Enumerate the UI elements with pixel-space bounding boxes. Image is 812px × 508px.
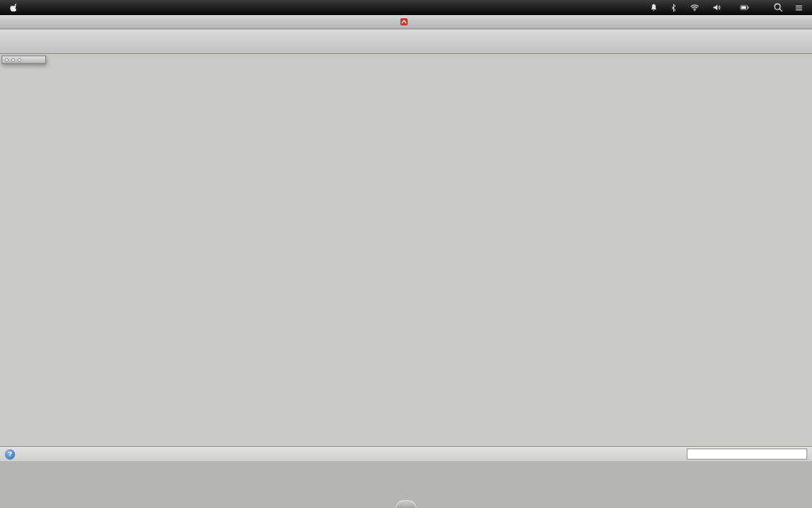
wifi-icon[interactable]	[688, 2, 701, 13]
menu-left	[8, 2, 39, 13]
bluetooth-icon[interactable]	[669, 2, 678, 13]
measurements-area	[681, 448, 807, 460]
dock	[396, 500, 416, 508]
battery-icon	[737, 3, 753, 12]
volume-icon[interactable]	[711, 2, 722, 13]
help-icon[interactable]: ?	[5, 449, 15, 460]
palette-title-bar[interactable]	[2, 56, 45, 64]
hexagon-model[interactable]	[76, 129, 661, 445]
document-icon	[400, 17, 408, 26]
tool-palette[interactable]	[2, 56, 46, 64]
battery-indicator[interactable]	[733, 3, 753, 12]
apple-menu-icon[interactable]	[8, 2, 25, 13]
model-viewport[interactable]	[0, 54, 812, 446]
status-bar: ?	[0, 446, 812, 461]
hexagon-grid	[76, 129, 661, 445]
measurements-input[interactable]	[687, 448, 807, 460]
menu-status-area	[649, 2, 804, 13]
desktop: ?	[0, 0, 812, 508]
notification-center-icon[interactable]	[794, 3, 804, 13]
window-title-bar[interactable]	[0, 15, 812, 29]
menu-bar	[0, 0, 812, 15]
main-toolbar	[0, 29, 812, 54]
spotlight-icon[interactable]	[773, 2, 783, 13]
bell-icon[interactable]	[649, 2, 659, 13]
